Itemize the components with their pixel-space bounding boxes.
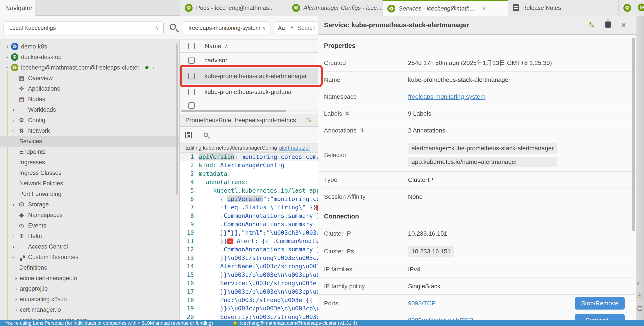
chevron-right-icon[interactable]: › (12, 317, 20, 320)
name-column-header[interactable]: Name (205, 42, 221, 50)
sidebar-item-argoproj-io[interactable]: ›argoproj.io (0, 284, 180, 294)
delete-service-icon[interactable] (606, 22, 611, 28)
table-row[interactable]: kube-prometheus-stack-alertmanager (180, 68, 318, 84)
row-checkbox[interactable] (188, 102, 195, 109)
chevron-right-icon[interactable]: › (153, 64, 155, 71)
sidebar-item-label: Overview (28, 75, 53, 82)
horizontal-scrollbar[interactable] (181, 110, 317, 112)
sidebar-item-config[interactable]: ›⚙Config (0, 115, 180, 126)
sidebar-item-applications[interactable]: ❖Applications (0, 83, 180, 94)
sidebar-item-storage[interactable]: ›⛁Storage (0, 199, 180, 210)
search-icon[interactable] (170, 24, 176, 30)
close-tab-icon[interactable]: × (482, 5, 486, 12)
chevron-right-icon[interactable]: › (12, 296, 20, 303)
tab-alertmanager[interactable]: ☸Alertmanager Configs - icec... (287, 0, 382, 16)
stop-remove-button[interactable]: Stop/Remove (575, 297, 625, 310)
sidebar-item-overview[interactable]: ▦Overview (0, 73, 180, 83)
row-checkbox[interactable] (188, 73, 195, 80)
sidebar-item-network[interactable]: ›⇅Network (0, 126, 180, 136)
close-drawer-icon[interactable]: × (621, 21, 626, 29)
namespaces-icon: ◈ (17, 212, 26, 218)
save-icon[interactable] (185, 132, 192, 138)
table-row[interactable]: kube-prometheus-stack-grafana (180, 84, 318, 100)
kubernetes-icon: ☸ (292, 4, 300, 12)
sort-asc-icon[interactable]: ∧ (225, 44, 228, 49)
chevron-right-icon[interactable]: › (12, 286, 20, 292)
sort-arrows-icon[interactable]: ⇅ (360, 128, 364, 134)
tab-release[interactable]: Release Notes (508, 0, 618, 16)
chevron-down-icon[interactable]: › (4, 64, 11, 71)
chevron-right-icon[interactable]: › (12, 275, 20, 282)
chevron-right-icon[interactable]: › (10, 117, 17, 124)
select-all-checkbox[interactable] (188, 43, 195, 49)
sidebar-item-autoscaling-k8s-io[interactable]: ›autoscaling.k8s.io (0, 294, 180, 304)
chevron-down-icon[interactable]: › (10, 127, 17, 134)
sidebar-item-helm[interactable]: ›☸Helm (0, 231, 180, 241)
namespace-select[interactable]: freeleaps-monitoring-system ∨ (183, 22, 270, 34)
port-link[interactable]: 9093/TCP (408, 300, 575, 307)
tab-pods[interactable]: ☸Pods - icecheng@mathmas... (180, 0, 287, 16)
chevron-right-icon[interactable]: › (10, 243, 17, 250)
tab-services[interactable]: ☸Services - icecheng@math...× (382, 0, 508, 16)
sidebar-item-docker-desktop[interactable]: ›☸docker-desktop (0, 52, 180, 62)
chevron-right-icon[interactable]: › (10, 201, 17, 208)
edit-icon[interactable]: ✎ (300, 116, 318, 124)
sidebar-item-network-policies[interactable]: Network Policies (0, 178, 180, 189)
editor-search-icon[interactable] (204, 133, 208, 137)
port-line: Ports9093/TCPStop/Remove (318, 295, 636, 312)
sidebar-item-namespaces[interactable]: ◈Namespaces (0, 210, 180, 220)
back-icon[interactable]: ‹ (637, 280, 642, 286)
sidebar-item-cert-manager-io[interactable]: ›cert-manager.io (0, 304, 180, 315)
sidebar-item-definitions[interactable]: Definitions (0, 262, 180, 273)
alertmanager-config-link[interactable]: alertmanager (279, 145, 310, 151)
drawer-scrollbar[interactable] (632, 38, 635, 231)
table-row[interactable]: cadvisor (180, 53, 318, 68)
panel-icon[interactable]: ▢ (637, 305, 642, 312)
sidebar-item-configuration-konghq-com[interactable]: ›configuration.konghq.com (0, 315, 180, 320)
yaml-editor[interactable]: 1apiVersion: monitoring.coreos.com/v12ki… (180, 153, 318, 320)
table-row[interactable] (180, 100, 318, 109)
code-line: 17 }}\u003c/p\u003e\n\u003cp\u003 (180, 288, 318, 296)
chevron-right-icon[interactable]: › (4, 43, 11, 50)
chevron-right-icon[interactable]: › (12, 306, 20, 313)
code-line: 18 Pod:\u003c/strong\u003e {{ .Co (180, 296, 318, 304)
sidebar-item-access-control[interactable]: ›Access Control (0, 241, 180, 252)
regex-toggle[interactable]: .* (289, 24, 293, 31)
sidebar-item-demo-k8s[interactable]: ›☸demo-k8s (0, 41, 180, 52)
chevron-right-icon[interactable]: › (10, 106, 17, 113)
sidebar-item-services[interactable]: Services (0, 136, 180, 146)
cluster-status[interactable]: ☸ icecheng@mathmast.com@freeleaps-cluste… (233, 320, 357, 326)
sidebar-item-endpoints[interactable]: Endpoints (0, 146, 180, 157)
sidebar-item-ingress-classes[interactable]: Ingress Classes (0, 168, 180, 178)
edit-service-icon[interactable]: ✎ (588, 20, 595, 30)
sidebar-item-nodes[interactable]: ▤Nodes (0, 94, 180, 104)
navigator-tab[interactable]: Navigator (0, 0, 35, 16)
sort-arrows-icon[interactable]: ⇅ (345, 110, 350, 117)
row-checkbox[interactable] (188, 89, 195, 95)
apps-icon: ❖ (17, 85, 26, 92)
row-checkbox[interactable] (188, 57, 195, 64)
code-text: .CommonAnnotations.summary }} (199, 220, 318, 228)
prometheusrule-bar: PrometheusRule: freepeals-prod-metrics ✎ (180, 114, 318, 127)
window-tab-bar: Navigator ☸Pods - icecheng@mathmas...☸Al… (0, 0, 644, 16)
drawer-row: IP family policySingleStack (318, 278, 636, 295)
drawer-row-label: IP families (318, 266, 408, 273)
namespace-link[interactable]: freeleaps-monitoring-system (408, 93, 486, 100)
sidebar-item-ingresses[interactable]: Ingresses (0, 157, 180, 168)
port-link[interactable]: 8080:reloader-web/TCP (408, 317, 575, 320)
sidebar-item-workloads[interactable]: ›Workloads (0, 104, 180, 115)
sidebar-item-events[interactable]: ◷Events (0, 220, 180, 231)
chevron-down-icon[interactable]: › (10, 254, 17, 261)
forward--button[interactable]: Forward... (575, 314, 625, 320)
sidebar-item-label: Helm (28, 233, 42, 240)
chevron-right-icon[interactable]: › (4, 54, 11, 60)
sidebar-item-acme-cert-manager-io[interactable]: ›acme.cert-manager.io (0, 273, 180, 284)
kubeconfig-select[interactable]: Local Kubeconfigs ∨ (4, 22, 164, 34)
sidebar-item-port-forwarding[interactable]: Port Forwarding (0, 189, 180, 199)
line-number: 18 (180, 296, 199, 304)
match-case-toggle[interactable]: Aa (278, 24, 285, 31)
sidebar-item-custom-resources[interactable]: ›Custom Resources (0, 252, 180, 262)
sidebar-item-icecheng-mathmast-com-freeleaps-cluster[interactable]: ›☸icecheng@mathmast.com@freeleaps-cluste… (0, 62, 180, 73)
chevron-right-icon[interactable]: › (10, 233, 17, 240)
sidebar-scrollbar[interactable] (176, 44, 178, 195)
